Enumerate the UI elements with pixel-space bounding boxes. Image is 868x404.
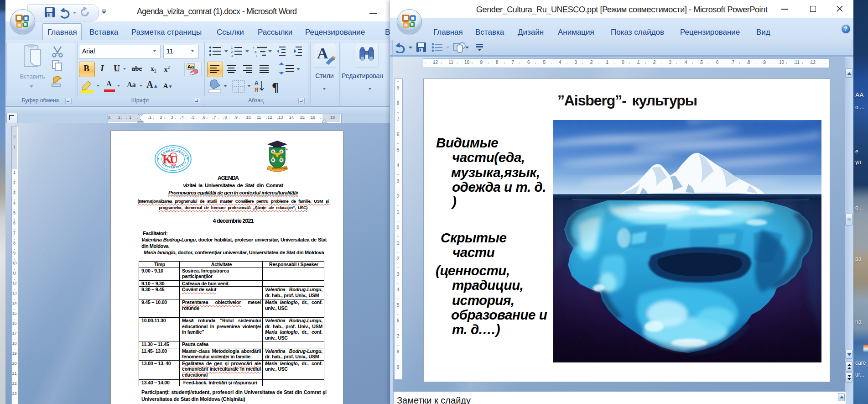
svg-text:Я: Я	[255, 87, 259, 93]
svg-text:А: А	[255, 80, 259, 86]
svg-text:VITAE DISCIMUS: VITAE DISCIMUS	[272, 168, 288, 170]
svg-text:2: 2	[231, 50, 233, 54]
svg-text:C: C	[280, 156, 282, 158]
svg-text:a: a	[255, 50, 257, 54]
svg-text:1: 1	[231, 46, 233, 50]
svg-text:1991: 1991	[171, 164, 176, 167]
svg-text:W: W	[272, 156, 274, 158]
svg-text:i: i	[256, 54, 257, 58]
svg-text:3: 3	[231, 54, 233, 58]
svg-text:¶: ¶	[272, 80, 279, 94]
